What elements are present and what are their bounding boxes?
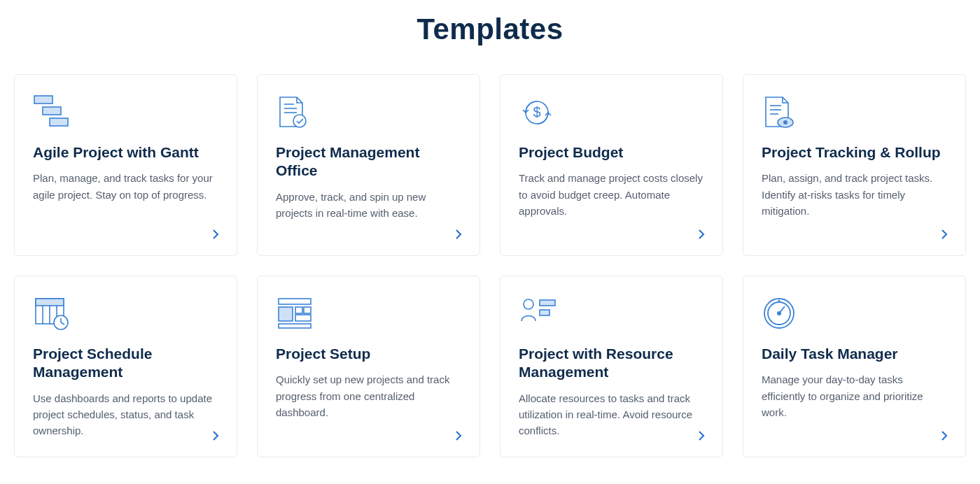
template-title: Daily Task Manager	[762, 345, 947, 363]
templates-grid: Agile Project with Gantt Plan, manage, a…	[14, 74, 966, 457]
template-card-budget[interactable]: $ Project Budget Track and manage projec…	[500, 74, 723, 256]
template-card-schedule[interactable]: Project Schedule Management Use dashboar…	[14, 276, 237, 457]
chevron-right-icon[interactable]	[693, 427, 710, 444]
chevron-right-icon[interactable]	[450, 226, 467, 243]
setup-icon	[276, 296, 461, 331]
chevron-right-icon[interactable]	[207, 226, 224, 243]
template-card-setup[interactable]: Project Setup Quickly set up new project…	[257, 276, 480, 457]
gantt-icon	[33, 94, 218, 129]
template-card-tracking-rollup[interactable]: Project Tracking & Rollup Plan, assign, …	[743, 74, 966, 256]
template-desc: Plan, manage, and track tasks for your a…	[33, 170, 218, 241]
svg-rect-23	[295, 307, 302, 313]
svg-rect-2	[50, 118, 68, 126]
resource-icon	[519, 296, 704, 331]
template-desc: Approve, track, and spin up new projects…	[276, 189, 461, 242]
chevron-right-icon[interactable]	[936, 226, 953, 243]
document-check-icon	[276, 94, 461, 129]
template-title: Project with Resource Management	[519, 345, 704, 382]
svg-rect-0	[34, 96, 52, 104]
template-card-pmo[interactable]: Project Management Office Approve, track…	[257, 74, 480, 256]
template-title: Project Setup	[276, 345, 461, 363]
chevron-right-icon[interactable]	[693, 226, 710, 243]
svg-rect-1	[43, 107, 61, 115]
svg-rect-29	[540, 310, 550, 315]
template-title: Project Schedule Management	[33, 345, 218, 382]
svg-rect-25	[295, 315, 311, 321]
template-card-daily-task[interactable]: Daily Task Manager Manage your day-to-da…	[743, 276, 966, 457]
budget-icon: $	[519, 94, 704, 129]
svg-point-6	[293, 115, 306, 127]
svg-rect-24	[304, 307, 311, 313]
template-desc: Quickly set up new projects and track pr…	[276, 371, 461, 443]
svg-rect-14	[36, 299, 64, 306]
template-title: Project Management Office	[276, 143, 461, 180]
svg-point-34	[778, 300, 780, 302]
template-title: Project Tracking & Rollup	[762, 143, 947, 162]
svg-point-27	[524, 299, 533, 309]
template-desc: Plan, assign, and track project tasks. I…	[762, 170, 947, 241]
template-title: Project Budget	[519, 143, 704, 162]
template-desc: Use dashboards and reports to update pro…	[33, 390, 218, 443]
svg-point-12	[783, 120, 788, 124]
svg-rect-28	[540, 300, 555, 306]
template-desc: Allocate resources to tasks and track ut…	[519, 390, 704, 443]
chevron-right-icon[interactable]	[450, 427, 467, 444]
schedule-icon	[33, 296, 218, 331]
page-title: Templates	[14, 13, 966, 46]
gauge-icon	[762, 296, 947, 331]
document-eye-icon	[762, 94, 947, 129]
template-desc: Track and manage project costs closely t…	[519, 170, 704, 241]
svg-rect-22	[279, 307, 293, 321]
template-card-agile-gantt[interactable]: Agile Project with Gantt Plan, manage, a…	[14, 74, 237, 256]
template-title: Agile Project with Gantt	[33, 143, 218, 162]
template-desc: Manage your day-to-day tasks efficiently…	[762, 371, 947, 443]
chevron-right-icon[interactable]	[936, 427, 953, 444]
template-card-resource[interactable]: Project with Resource Management Allocat…	[500, 276, 723, 457]
chevron-right-icon[interactable]	[207, 427, 224, 444]
svg-text:$: $	[533, 104, 540, 120]
svg-rect-21	[279, 299, 311, 304]
svg-rect-26	[279, 324, 311, 328]
